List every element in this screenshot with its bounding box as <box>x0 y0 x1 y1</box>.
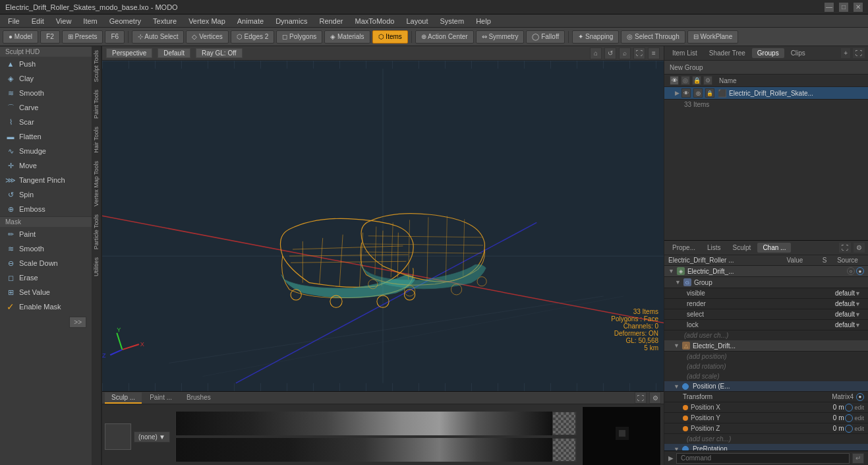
f2-button[interactable]: F2 <box>40 30 60 44</box>
sculpt-tool-carve[interactable]: ⌒ Carve <box>0 100 92 115</box>
ptab-channels[interactable]: Chan ... <box>757 243 791 253</box>
workplane-button[interactable]: ⊟ WorkPlane <box>687 30 739 44</box>
vtab-particle-tools[interactable]: Particle Tools <box>92 210 101 253</box>
symmetry-button[interactable]: ⇔ Symmetry <box>476 30 525 44</box>
viewport-icon-btn-2[interactable]: ↺ <box>604 47 616 59</box>
ch-root-header[interactable]: ▼ ◈ Electric_Drift_... ○ ● <box>664 266 868 277</box>
sculpt-tool-mask-smooth[interactable]: ≋ Smooth <box>0 241 92 256</box>
rtab-item-list[interactable]: Item List <box>667 48 703 58</box>
menu-item-system[interactable]: System <box>434 16 469 26</box>
ptab-properties[interactable]: Prope... <box>667 243 701 253</box>
minimize-button[interactable]: — <box>825 3 834 12</box>
viewport-icon-btn-search[interactable]: ⌕ <box>619 47 631 59</box>
ch-visible-dropdown[interactable]: ▼ <box>855 290 864 297</box>
ch-add-scale[interactable]: (add scale) <box>664 371 868 381</box>
sculpt-tool-mask-paint[interactable]: ✏ Paint <box>0 227 92 241</box>
btab-sculpt[interactable]: Sculp ... <box>105 392 142 404</box>
vtab-utilities[interactable]: Utilities <box>92 253 101 280</box>
menu-item-texture[interactable]: Texture <box>148 16 182 26</box>
menu-item-layout[interactable]: Layout <box>401 16 433 26</box>
menu-item-file[interactable]: File <box>3 16 25 26</box>
auto-select-button[interactable]: ⊹ Auto Select <box>132 30 184 44</box>
viewport-icon-btn-1[interactable]: ⌂ <box>590 47 602 59</box>
ch-select-dropdown[interactable]: ▼ <box>855 311 864 318</box>
f6-button[interactable]: F6 <box>105 30 125 44</box>
menu-item-edit[interactable]: Edit <box>26 16 49 26</box>
edges-button[interactable]: ⬡ Edges 2 <box>231 30 274 44</box>
tree-icon-render[interactable]: ◎ <box>681 76 690 85</box>
ch-group-subheader[interactable]: ▼ G Group <box>664 277 868 288</box>
menu-item-vertex map[interactable]: Vertex Map <box>183 16 231 26</box>
tree-arrow[interactable]: ▶ <box>675 90 681 96</box>
menu-item-view[interactable]: View <box>51 16 77 26</box>
ch-pos-y-edit-btn[interactable]: edit <box>854 415 864 421</box>
sculpt-tool-tangent-pinch[interactable]: ⋙ Tangent Pinch <box>0 173 92 187</box>
vtab-vertex-map-tools[interactable]: Vertex Map Tools <box>92 157 101 210</box>
tree-icon-eye[interactable]: 👁 <box>670 76 679 85</box>
sculpt-tool-emboss[interactable]: ⊕ Emboss <box>0 202 92 216</box>
menu-item-help[interactable]: Help <box>471 16 496 26</box>
viewport-icon-btn-settings[interactable]: ≡ <box>648 47 660 59</box>
rtab-groups[interactable]: Groups <box>752 48 784 58</box>
tree-icon-lock[interactable]: 🔒 <box>692 76 701 85</box>
ch-render-dropdown[interactable]: ▼ <box>855 301 864 307</box>
prop-expand-btn[interactable]: ⛶ <box>838 242 852 253</box>
tree-row-eye-icon[interactable]: 👁 <box>681 88 691 98</box>
tree-icon-settings[interactable]: ⚙ <box>703 76 712 85</box>
polygons-button[interactable]: ◻ Polygons <box>276 30 322 44</box>
maximize-button[interactable]: □ <box>839 3 848 12</box>
viewport-canvas[interactable]: X Y Z 33 Items Polygons : Face Channels:… <box>102 61 664 391</box>
sculpt-tool-clay[interactable]: ◈ Clay <box>0 71 92 86</box>
presets-button[interactable]: ⊞ Presets <box>62 30 103 44</box>
ch-pos-x-edit-btn[interactable]: edit <box>854 404 864 411</box>
menu-item-maxtomodo[interactable]: MaxToModo <box>350 16 400 26</box>
falloff-button[interactable]: ◯ Falloff <box>526 30 565 44</box>
expand-button[interactable]: >> <box>69 317 86 328</box>
sculpt-tool-smooth[interactable]: ≋ Smooth <box>0 86 92 100</box>
bottom-settings-btn[interactable]: ⚙ <box>649 392 661 404</box>
prop-settings-btn[interactable]: ⚙ <box>853 242 865 253</box>
sculpt-tool-enable-mask[interactable]: ✓ Enable Mask <box>0 299 92 314</box>
rtab-shader-tree[interactable]: Shader Tree <box>704 48 751 58</box>
viewport-perspective-label[interactable]: Perspective <box>106 48 152 58</box>
vtab-sculpt-tools[interactable]: Sculpt Tools <box>92 46 101 86</box>
menu-item-geometry[interactable]: Geometry <box>104 16 146 26</box>
sculpt-tool-move[interactable]: ✛ Move <box>0 158 92 173</box>
select-through-button[interactable]: ◎ Select Through <box>621 30 685 44</box>
btab-paint[interactable]: Paint ... <box>143 392 179 404</box>
tree-row-render-icon[interactable]: ◎ <box>693 88 703 98</box>
viewport-mode-label[interactable]: Default <box>158 48 190 58</box>
ch-add-group[interactable]: (add user ch...) <box>664 330 868 340</box>
preset-dropdown[interactable]: (none) ▼ <box>134 431 170 443</box>
rtab-clips[interactable]: Clips <box>786 48 811 58</box>
items-button[interactable]: ⬡ Items <box>372 30 408 44</box>
tree-row-lock-icon[interactable]: 🔒 <box>705 88 714 98</box>
snapping-button[interactable]: ✦ Snapping <box>572 30 619 44</box>
ch-position-radio[interactable] <box>682 383 689 390</box>
rtab-add-btn[interactable]: + <box>840 47 851 59</box>
btab-brushes[interactable]: Brushes <box>180 392 217 404</box>
sculpt-tool-erase[interactable]: ◻ Erase <box>0 270 92 285</box>
tree-row-root[interactable]: ▶ 👁 ◎ 🔒 ⬛ Electric_Drift_Roller_Skate... <box>664 87 868 100</box>
menu-item-dynamics[interactable]: Dynamics <box>270 16 312 26</box>
menu-item-render[interactable]: Render <box>314 16 348 26</box>
ch-prerotation-radio[interactable] <box>682 446 689 451</box>
materials-button[interactable]: ◈ Materials <box>324 30 370 44</box>
vtab-paint-tools[interactable]: Paint Tools <box>92 86 101 123</box>
model-mode-button[interactable]: ● Model <box>3 30 38 44</box>
sculpt-tool-set-value[interactable]: ⊞ Set Value <box>0 285 92 299</box>
ptab-sculpt[interactable]: Sculpt <box>728 243 757 253</box>
sculpt-tool-smudge[interactable]: ∿ Smudge <box>0 144 92 158</box>
command-input[interactable] <box>676 453 850 464</box>
ch-prerotation-section[interactable]: ▼ PreRotation <box>664 444 868 450</box>
ch-pos-z-edit-btn[interactable]: edit <box>854 425 864 432</box>
ch-add-position[interactable]: (add position) <box>664 352 868 361</box>
command-execute-btn[interactable]: ↵ <box>852 453 864 464</box>
ptab-lists[interactable]: Lists <box>702 243 726 253</box>
menu-item-item[interactable]: Item <box>78 16 102 26</box>
sculpt-tool-spin[interactable]: ↺ Spin <box>0 187 92 202</box>
viewport-icon-btn-expand[interactable]: ⛶ <box>633 47 645 59</box>
ch-mesh-section[interactable]: ▼ △ Electric_Drift... <box>664 340 868 352</box>
menu-item-animate[interactable]: Animate <box>232 16 269 26</box>
sculpt-tool-scar[interactable]: ⌇ Scar <box>0 115 92 129</box>
